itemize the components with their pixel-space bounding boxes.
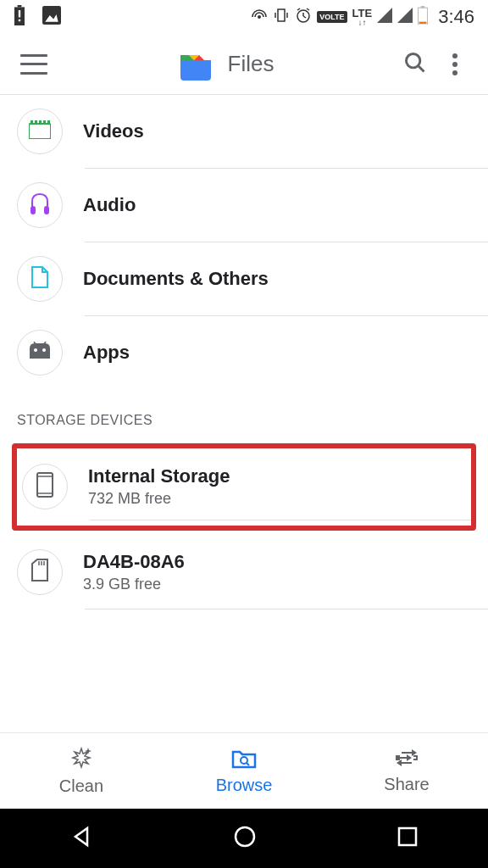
image-icon bbox=[42, 6, 61, 28]
svg-rect-19 bbox=[419, 22, 427, 24]
svg-rect-56 bbox=[399, 828, 416, 845]
category-label: Videos bbox=[83, 120, 471, 142]
alarm-icon bbox=[295, 7, 312, 27]
search-button[interactable] bbox=[403, 51, 429, 78]
signal-icon-2 bbox=[397, 8, 413, 26]
storage-subtext: 732 MB free bbox=[88, 490, 466, 508]
svg-line-46 bbox=[247, 763, 249, 765]
battery-alert-icon bbox=[14, 5, 25, 29]
browse-icon bbox=[231, 747, 257, 772]
home-button[interactable] bbox=[233, 825, 257, 852]
battery-icon bbox=[418, 6, 428, 28]
category-label: Audio bbox=[83, 194, 471, 216]
nav-tab-clean[interactable]: Clean bbox=[0, 733, 163, 809]
svg-rect-27 bbox=[35, 120, 37, 124]
svg-rect-28 bbox=[39, 120, 42, 124]
svg-rect-18 bbox=[421, 6, 424, 8]
svg-line-24 bbox=[419, 65, 424, 71]
apps-icon bbox=[28, 342, 52, 364]
svg-rect-26 bbox=[30, 120, 33, 124]
nav-tab-browse[interactable]: Browse bbox=[163, 733, 325, 809]
menu-button[interactable] bbox=[20, 54, 47, 75]
svg-rect-30 bbox=[47, 120, 50, 124]
svg-rect-32 bbox=[44, 206, 49, 214]
svg-marker-16 bbox=[397, 8, 413, 23]
svg-point-33 bbox=[34, 348, 37, 352]
svg-point-45 bbox=[241, 757, 247, 764]
storage-label: Internal Storage bbox=[88, 465, 466, 487]
divider bbox=[85, 609, 488, 609]
storage-internal[interactable]: Internal Storage 732 MB free bbox=[17, 453, 471, 520]
svg-point-23 bbox=[407, 53, 420, 67]
app-bar: Files bbox=[0, 34, 488, 95]
recent-apps-button[interactable] bbox=[397, 826, 418, 850]
app-title: Files bbox=[228, 51, 274, 77]
svg-point-6 bbox=[258, 15, 261, 19]
clock-time: 3:46 bbox=[438, 6, 474, 28]
nav-label: Browse bbox=[216, 776, 273, 795]
nav-label: Clean bbox=[59, 776, 103, 796]
svg-point-34 bbox=[42, 348, 46, 352]
bottom-nav: Clean Browse Share bbox=[0, 732, 488, 809]
system-nav-bar bbox=[0, 809, 488, 868]
videos-icon bbox=[29, 120, 51, 142]
nav-tab-share[interactable]: Share bbox=[325, 733, 488, 809]
hotspot-icon bbox=[251, 7, 268, 27]
svg-rect-7 bbox=[278, 9, 285, 21]
storage-subtext: 3.9 GB free bbox=[83, 576, 471, 593]
storage-section-header: STORAGE DEVICES bbox=[0, 389, 488, 438]
category-audio[interactable]: Audio bbox=[0, 169, 488, 242]
svg-line-14 bbox=[307, 8, 309, 10]
storage-sdcard[interactable]: DA4B-08A6 3.9 GB free bbox=[0, 536, 488, 609]
svg-rect-2 bbox=[19, 10, 20, 17]
svg-marker-54 bbox=[75, 828, 87, 845]
back-button[interactable] bbox=[70, 826, 92, 851]
share-icon bbox=[395, 748, 419, 771]
nav-label: Share bbox=[384, 775, 429, 794]
volte-badge: VOLTE bbox=[317, 11, 347, 23]
svg-rect-3 bbox=[19, 19, 20, 21]
content-area: Videos Audio Documents & Others bbox=[0, 95, 488, 732]
audio-icon bbox=[29, 192, 51, 219]
svg-marker-53 bbox=[396, 760, 402, 766]
category-label: Apps bbox=[83, 342, 471, 364]
status-bar: VOLTE LTE↓↑ 3:46 bbox=[0, 0, 488, 34]
svg-point-55 bbox=[236, 827, 254, 846]
category-documents[interactable]: Documents & Others bbox=[0, 242, 488, 315]
clean-icon bbox=[69, 746, 93, 773]
app-logo-icon bbox=[177, 48, 214, 81]
svg-line-13 bbox=[297, 8, 300, 10]
category-label: Documents & Others bbox=[83, 268, 471, 290]
svg-marker-48 bbox=[407, 754, 412, 761]
lte-indicator: LTE↓↑ bbox=[352, 8, 373, 27]
signal-icon-1 bbox=[377, 8, 392, 26]
sdcard-icon bbox=[30, 559, 49, 586]
storage-label: DA4B-08A6 bbox=[83, 551, 471, 573]
svg-marker-44 bbox=[85, 748, 92, 754]
svg-rect-25 bbox=[29, 124, 51, 139]
more-options-button[interactable] bbox=[442, 53, 468, 75]
svg-rect-1 bbox=[18, 5, 22, 7]
category-apps[interactable]: Apps bbox=[0, 316, 488, 389]
svg-rect-29 bbox=[43, 120, 46, 124]
internal-storage-highlight: Internal Storage 732 MB free bbox=[12, 443, 476, 531]
documents-icon bbox=[30, 265, 49, 292]
phone-storage-icon bbox=[36, 472, 53, 501]
vibrate-icon bbox=[273, 7, 290, 27]
category-videos[interactable]: Videos bbox=[0, 95, 488, 168]
svg-marker-51 bbox=[412, 749, 417, 756]
svg-marker-15 bbox=[377, 8, 392, 23]
svg-rect-31 bbox=[30, 206, 36, 214]
divider bbox=[90, 520, 471, 520]
svg-line-12 bbox=[303, 16, 306, 18]
